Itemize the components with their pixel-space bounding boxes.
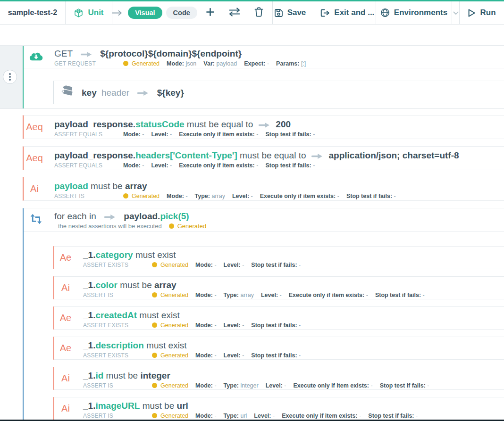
- option-field: Level: -: [224, 352, 244, 359]
- environments-label: Environments: [394, 8, 447, 17]
- title-segment: imageURL: [95, 401, 140, 411]
- environments-button[interactable]: Environments: [380, 8, 447, 17]
- option-field: Mode: -: [195, 292, 216, 298]
- option-field: Mode: -: [195, 382, 216, 389]
- nested-assert-row[interactable]: Ai _1.imageURL must be url ASSERT IS Gen…: [53, 397, 504, 420]
- header-kind: header: [101, 88, 129, 98]
- foreach-target: payload.: [124, 211, 160, 221]
- foreach-component[interactable]: for each in payload.pick(5) the nested a…: [23, 208, 504, 421]
- arrow-right-icon: [311, 151, 323, 162]
- assertion-title: payload must be array: [54, 181, 403, 191]
- header-name: key: [82, 88, 97, 98]
- code-tab[interactable]: Code: [166, 7, 197, 19]
- title-segment: createdAt: [95, 310, 137, 320]
- option-field: Mode: -: [195, 413, 216, 419]
- assert-row[interactable]: Ai payload must be array ASSERT IS Gener…: [23, 177, 504, 201]
- foreach-label: for each in: [54, 211, 96, 221]
- unit-button[interactable]: Unit: [74, 8, 103, 18]
- unit-label: Unit: [88, 8, 103, 17]
- title-segment: must exist: [133, 250, 176, 260]
- option-field: Expect: -: [244, 60, 269, 67]
- option-field: Mode: -: [123, 131, 144, 138]
- assert-row[interactable]: Aeq payload_response.statusCode must be …: [23, 115, 504, 139]
- tags-icon: [59, 85, 75, 100]
- title-segment: must be equal to: [237, 150, 306, 160]
- arrow-right-icon: [137, 88, 149, 99]
- toolbar: sample-test-2 Unit Visual Code Save: [0, 0, 504, 25]
- option-field: Level: -: [224, 262, 244, 268]
- option-field: Stop test if fails: -: [346, 193, 396, 199]
- foreach-title: for each in payload.pick(5): [54, 211, 213, 222]
- generated-badge: Generated: [152, 382, 188, 389]
- option-field: Mode: json: [167, 60, 196, 67]
- exit-button[interactable]: Exit and ...: [320, 8, 374, 17]
- arrow-right-icon: [112, 10, 122, 16]
- generated-dot-icon: [152, 413, 157, 418]
- environments-dropdown-toggle[interactable]: [453, 8, 459, 17]
- option-field: Level: -: [266, 382, 286, 389]
- save-label: Save: [287, 8, 306, 17]
- request-header: GET ${protocol}${domain}${endpoint} GET …: [24, 46, 504, 68]
- cloud-download-icon: [29, 51, 43, 63]
- assertion-title: payload_response.headers['Content-Type']…: [54, 150, 459, 161]
- request-component[interactable]: GET ${protocol}${domain}${endpoint} GET …: [0, 45, 504, 109]
- component-menu-button[interactable]: [3, 70, 17, 84]
- arrow-right-icon: [259, 120, 270, 131]
- option-field: Stop test if fails: -: [375, 292, 425, 298]
- assert-type-badge: Ai: [30, 183, 39, 194]
- step-type-label: ASSERT EXISTS: [83, 262, 152, 268]
- title-segment: must be: [103, 371, 140, 380]
- generated-badge: Generated: [152, 413, 188, 419]
- step-type-label: ASSERT EQUALS: [54, 162, 123, 169]
- title-segment: must be: [118, 280, 154, 290]
- title-segment: headers['Content-Type']: [135, 150, 237, 160]
- request-header-item[interactable]: key header ${key}: [53, 81, 504, 104]
- nested-assert-row[interactable]: Ae _1.createdAt must exist ASSERT EXISTS…: [53, 306, 504, 330]
- visual-tab[interactable]: Visual: [128, 7, 162, 19]
- save-button[interactable]: Save: [274, 8, 306, 17]
- assert-type-badge: Aeq: [26, 122, 43, 132]
- option-field: Execute only if item exists: -: [179, 131, 258, 138]
- title-segment: must be: [140, 401, 176, 411]
- option-field: Mode: -: [195, 322, 216, 329]
- title-segment: statusCode: [135, 119, 184, 129]
- assertion-title: _1.color must be array: [83, 280, 432, 290]
- title-segment: payload_response.: [54, 119, 135, 129]
- option-field: Execute only if item exists: -: [260, 193, 339, 199]
- delete-button[interactable]: [254, 7, 263, 19]
- save-floppy-icon: [274, 8, 283, 17]
- generated-dot-icon: [152, 383, 157, 388]
- title-segment: payload: [54, 181, 88, 191]
- foreach-children: Ae _1.category must exist ASSERT EXISTS …: [53, 232, 504, 420]
- generated-badge: Generated: [169, 223, 206, 230]
- arrow-right-icon: [81, 49, 92, 60]
- add-component-button[interactable]: [206, 8, 214, 18]
- option-field: Stop test if fails: -: [251, 322, 301, 329]
- reorder-components-button[interactable]: [228, 8, 241, 18]
- foreach-target-fn: pick(5): [160, 211, 189, 221]
- repeat-loop-icon: [29, 214, 43, 226]
- option-field: Stop test if fails: -: [265, 131, 315, 138]
- assert-type-badge: Ai: [61, 403, 70, 414]
- run-button[interactable]: Run: [468, 8, 496, 17]
- trash-icon: [254, 7, 263, 19]
- assert-row[interactable]: Aeq payload_response.headers['Content-Ty…: [23, 146, 504, 170]
- generated-dot-icon: [152, 353, 157, 358]
- play-icon: [468, 8, 476, 17]
- nested-assert-row[interactable]: Ai _1.color must be array ASSERT IS Gene…: [53, 276, 504, 299]
- option-field: Stop test if fails: -: [368, 413, 418, 419]
- option-field: Mode: -: [195, 352, 216, 359]
- step-type-label: GET REQUEST: [54, 60, 123, 67]
- option-field: Level: -: [261, 292, 282, 298]
- nested-assert-row[interactable]: Ai _1.id must be integer ASSERT IS Gener…: [53, 367, 504, 390]
- title-segment: integer: [140, 371, 170, 380]
- nested-assert-row[interactable]: Ae _1.category must exist ASSERT EXISTS …: [53, 246, 504, 269]
- option-field: Type: integer: [224, 382, 259, 389]
- title-segment: _1.: [83, 371, 95, 380]
- chevron-down-icon: [453, 8, 459, 17]
- title-segment: must exist: [137, 310, 180, 320]
- kebab-icon: [9, 73, 11, 75]
- nested-assert-row[interactable]: Ae _1.description must exist ASSERT EXIS…: [53, 337, 504, 360]
- generated-badge: Generated: [152, 292, 188, 298]
- title-segment: _1.: [83, 340, 95, 350]
